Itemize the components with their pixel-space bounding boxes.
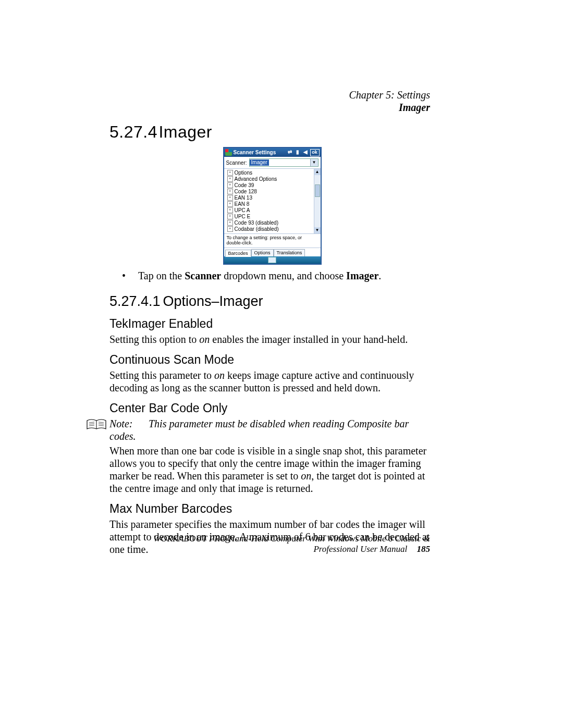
note-line: Note: This parameter must be disabled wh… [109, 417, 433, 442]
instruction-text: Tap on the Scanner dropdown menu, and ch… [138, 270, 381, 282]
tree-item[interactable]: +EAN 13 [225, 194, 320, 201]
expand-icon[interactable]: + [227, 170, 233, 176]
keyboard-icon[interactable] [268, 257, 276, 263]
scanner-dropdown[interactable]: Imager ▼ [249, 158, 319, 167]
page-number: 185 [417, 544, 431, 554]
header-chapter: Chapter 5: Settings [349, 89, 430, 101]
para-continuous-scan: Setting this parameter to on keeps image… [109, 369, 433, 394]
heading-title: Imager [158, 122, 212, 141]
scroll-thumb[interactable] [315, 184, 320, 197]
tree-item[interactable]: +UPC E [225, 213, 320, 219]
expand-icon[interactable]: + [227, 207, 233, 213]
para-center-barcode: When more than one bar code is visible i… [109, 445, 433, 495]
expand-icon[interactable]: + [227, 220, 233, 226]
tab-barcodes[interactable]: Barcodes [225, 250, 251, 257]
tree-item[interactable]: +Code 128 [225, 188, 320, 194]
scanner-row: Scanner: Imager ▼ [224, 157, 321, 169]
chevron-down-icon[interactable]: ▼ [310, 159, 318, 166]
scanner-label: Scanner: [226, 160, 247, 166]
scrollbar[interactable]: ▲ ▼ [314, 169, 321, 233]
note-book-icon [86, 417, 107, 432]
signal-icon[interactable]: ▮ [295, 149, 301, 155]
heading-max-barcodes: Max Number Barcodes [109, 502, 433, 516]
expand-icon[interactable]: + [227, 214, 233, 219]
scanner-settings-screenshot: Scanner Settings ⇄ ▮ ◀ ok Scanner: Image… [223, 147, 320, 265]
instruction-bullet: • Tap on the Scanner dropdown menu, and … [109, 270, 433, 282]
expand-icon[interactable]: + [227, 176, 233, 182]
volume-icon[interactable]: ◀ [302, 149, 309, 155]
tree-item[interactable]: +Codabar (disabled) [225, 226, 320, 232]
taskbar [224, 256, 321, 264]
tab-translations[interactable]: Translations [274, 249, 305, 256]
page-footer: WORKABOUT PRO Hand-Held Computer With Wi… [109, 534, 430, 554]
start-icon[interactable] [225, 149, 232, 156]
tree-item[interactable]: +Code 39 [225, 182, 320, 188]
heading-continuous-scan: Continuous Scan Mode [109, 353, 433, 367]
window-titlebar: Scanner Settings ⇄ ▮ ◀ ok [224, 148, 321, 157]
tree-item[interactable]: +EAN 8 [225, 201, 320, 207]
expand-icon[interactable]: + [227, 201, 233, 207]
para-tekimager: Setting this option to on enables the im… [109, 333, 433, 346]
connectivity-icon[interactable]: ⇄ [287, 149, 293, 155]
heading-title: Options–Imager [163, 293, 263, 309]
heading-center-barcode: Center Bar Code Only [109, 401, 433, 415]
page-content: 5.27.4 Imager Scanner Settings ⇄ ▮ ◀ ok … [109, 122, 433, 558]
scroll-up-icon[interactable]: ▲ [314, 169, 321, 175]
heading-5-27-4-1: 5.27.4.1 Options–Imager [109, 293, 433, 310]
tree-item[interactable]: +Advanced Options [225, 176, 320, 182]
expand-icon[interactable]: + [227, 182, 233, 188]
expand-icon[interactable]: + [227, 226, 233, 232]
note-label: Note: [109, 417, 146, 430]
heading-tekimager-enabled: TekImager Enabled [109, 317, 433, 331]
header-section: Imager [349, 101, 430, 114]
window-title: Scanner Settings [234, 150, 287, 155]
tab-bar: Barcodes Options Translations [224, 248, 321, 256]
expand-icon[interactable]: + [227, 189, 233, 194]
expand-icon[interactable]: + [227, 195, 233, 201]
scanner-value: Imager [250, 159, 269, 166]
heading-5-27-4: 5.27.4 Imager [109, 122, 433, 142]
page-header: Chapter 5: Settings Imager [349, 89, 430, 114]
tab-options[interactable]: Options [251, 249, 274, 256]
note-body: This parameter must be disabled when rea… [109, 418, 409, 442]
tree-item[interactable]: +Options [225, 169, 320, 176]
tree-item[interactable]: +Code 93 (disabled) [225, 219, 320, 226]
ok-button[interactable]: ok [310, 149, 320, 156]
footer-text: WORKABOUT PRO Hand-Held Computer With Wi… [153, 534, 430, 554]
tree-item[interactable]: +UPC A [225, 207, 320, 213]
scroll-down-icon[interactable]: ▼ [314, 227, 321, 233]
heading-number: 5.27.4 [109, 122, 154, 142]
hint-text: To change a setting: press space, or dou… [224, 234, 321, 248]
settings-tree[interactable]: +Options +Advanced Options +Code 39 +Cod… [224, 169, 321, 234]
heading-number: 5.27.4.1 [109, 293, 159, 310]
bullet-icon: • [109, 270, 138, 282]
